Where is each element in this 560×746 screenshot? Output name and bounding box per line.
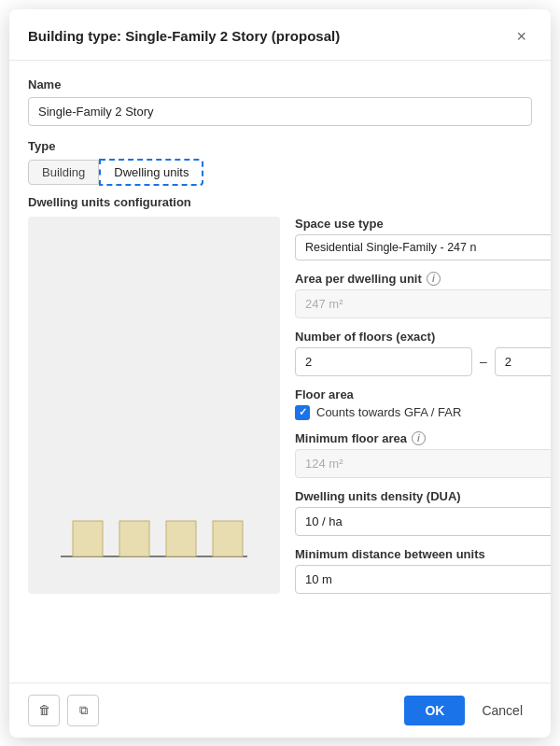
dialog-header: Building type: Single-Family 2 Story (pr… — [9, 9, 551, 61]
floors-min-input[interactable] — [295, 347, 472, 376]
footer-right: OK Cancel — [404, 696, 532, 725]
name-label: Name — [28, 77, 532, 91]
building-illustration — [56, 472, 252, 575]
dwelling-density-input[interactable] — [295, 507, 551, 536]
building-preview — [28, 217, 280, 594]
type-tab-group: Building Dwelling units — [28, 159, 532, 186]
name-section: Name — [28, 77, 532, 126]
area-per-unit-info-icon[interactable]: i — [427, 272, 441, 286]
svg-rect-2 — [119, 521, 149, 556]
duplicate-icon: ⧉ — [79, 703, 88, 718]
space-use-label: Space use type — [295, 217, 551, 231]
delete-icon: 🗑 — [38, 703, 50, 717]
duplicate-button[interactable]: ⧉ — [67, 695, 99, 726]
floor-area-row: ✓ Counts towards GFA / FAR — [295, 405, 551, 420]
name-input[interactable] — [28, 97, 532, 126]
num-floors-label: Number of floors (exact) — [295, 330, 551, 344]
min-floor-area-label: Minimum floor area i — [295, 431, 551, 445]
footer-left: 🗑 ⧉ — [28, 695, 99, 726]
tab-building[interactable]: Building — [28, 160, 99, 185]
type-label: Type — [28, 139, 532, 153]
dwelling-config-label: Dwelling units configuration — [28, 195, 532, 209]
min-distance-input[interactable] — [295, 565, 551, 594]
area-per-unit-section: Area per dwelling unit i 247 m² — [295, 272, 551, 318]
svg-rect-4 — [213, 521, 243, 556]
right-config: Space use type Residential Single-Family… — [295, 217, 551, 594]
floors-row: – — [295, 347, 551, 376]
space-use-select[interactable]: Residential Single-Family - 247 n — [295, 234, 551, 260]
cancel-button[interactable]: Cancel — [472, 696, 532, 725]
min-floor-area-info-icon[interactable]: i — [412, 431, 426, 445]
svg-rect-1 — [73, 521, 103, 556]
dialog-body: Name Type Building Dwelling units Dwelli… — [9, 61, 551, 683]
tab-dwelling-units[interactable]: Dwelling units — [99, 159, 203, 186]
min-floor-area-value: 124 m² — [295, 449, 551, 478]
area-per-unit-label: Area per dwelling unit i — [295, 272, 551, 286]
num-floors-section: Number of floors (exact) – — [295, 330, 551, 376]
dialog-container: Building type: Single-Family 2 Story (pr… — [9, 9, 551, 738]
floor-area-label: Floor area — [295, 387, 551, 401]
floors-separator: – — [480, 354, 487, 369]
dialog-footer: 🗑 ⧉ OK Cancel — [9, 683, 551, 738]
min-floor-area-section: Minimum floor area i 124 m² — [295, 431, 551, 478]
area-per-unit-value: 247 m² — [295, 289, 551, 318]
checkbox-check-icon: ✓ — [299, 407, 307, 417]
type-section: Type Building Dwelling units — [28, 139, 532, 186]
close-button[interactable]: × — [511, 26, 532, 47]
delete-button[interactable]: 🗑 — [28, 695, 60, 726]
config-area: Space use type Residential Single-Family… — [28, 217, 532, 594]
svg-rect-3 — [166, 521, 196, 556]
ok-button[interactable]: OK — [404, 696, 465, 725]
dwelling-density-section: Dwelling units density (DUA) — [295, 489, 551, 536]
floors-max-input[interactable] — [495, 347, 551, 376]
building-svg — [51, 463, 257, 575]
min-distance-label: Minimum distance between units — [295, 547, 551, 561]
dwelling-density-label: Dwelling units density (DUA) — [295, 489, 551, 503]
floor-area-checkbox[interactable]: ✓ — [295, 405, 310, 420]
space-use-section: Space use type Residential Single-Family… — [295, 217, 551, 260]
min-distance-section: Minimum distance between units — [295, 547, 551, 594]
floor-area-checkbox-label: Counts towards GFA / FAR — [316, 405, 461, 419]
floor-area-section: Floor area ✓ Counts towards GFA / FAR — [295, 387, 551, 420]
dialog-title: Building type: Single-Family 2 Story (pr… — [28, 28, 340, 44]
